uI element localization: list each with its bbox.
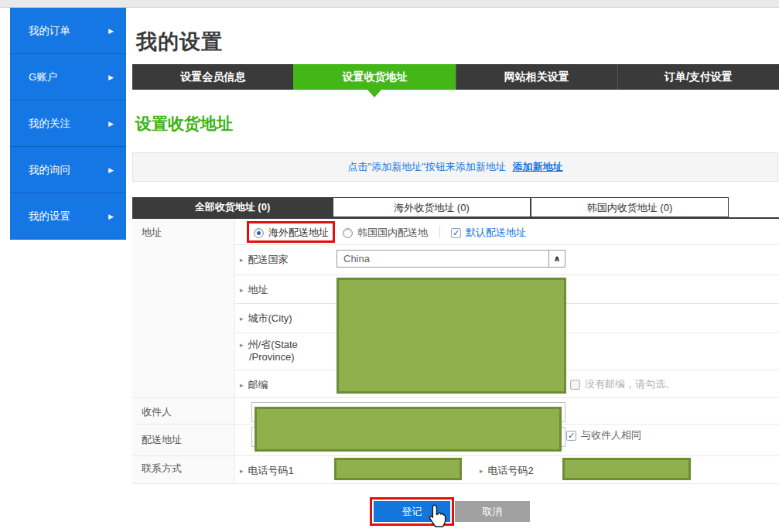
- phone2-label-text: 电话号码2: [488, 465, 534, 476]
- cancel-button[interactable]: 取消: [455, 501, 530, 522]
- sidebar-item-g-account[interactable]: G账户 ▶: [10, 54, 126, 101]
- same-as-recipient-option[interactable]: ✓ 与收件人相同: [566, 428, 641, 442]
- caret-up-icon[interactable]: ∧: [548, 251, 565, 267]
- redaction-box-recipient-fields: [255, 407, 562, 452]
- tab-shipping-address[interactable]: 设置收货地址: [293, 64, 455, 90]
- state-label-line2: /Province): [249, 351, 295, 363]
- chevron-right-icon: ▶: [108, 213, 114, 220]
- country-row-label: ▸配送国家: [240, 253, 289, 267]
- row-divider: [234, 275, 779, 275]
- zip-row-label: ▸邮编: [240, 378, 268, 392]
- subtab-overseas-addresses[interactable]: 海外收货地址 (0): [333, 197, 531, 217]
- same-as-recipient-label: 与收件人相同: [581, 428, 641, 442]
- chevron-right-icon: ▶: [108, 166, 114, 174]
- address-group-label: 地址: [142, 226, 162, 240]
- no-zip-label: 没有邮编，请勾选。: [585, 377, 675, 391]
- row-divider: [132, 397, 779, 398]
- chevron-right-icon: ▶: [108, 120, 114, 128]
- sidebar-item-label: G账户: [29, 70, 58, 84]
- country-label-text: 配送国家: [248, 254, 289, 265]
- phone2-label: ▸电话号码2: [480, 464, 534, 478]
- default-address-checkbox-checked[interactable]: ✓: [451, 228, 461, 238]
- sidebar-item-my-favorites[interactable]: 我的关注 ▶: [10, 101, 126, 147]
- address-label-cell: [132, 219, 234, 397]
- sidebar-item-label: 我的订单: [29, 24, 70, 38]
- recipient-label: 收件人: [142, 405, 172, 419]
- row-divider: [234, 244, 779, 245]
- phone2-input-redacted[interactable]: [562, 458, 691, 480]
- radio-overseas-selected[interactable]: [254, 228, 264, 238]
- my-settings-page: 我的订单 ▶ G账户 ▶ 我的关注 ▶ 我的询问 ▶ 我的设置 ▶ 我的设置 设…: [0, 0, 779, 532]
- sidebar-item-my-settings[interactable]: 我的设置 ▶: [10, 193, 126, 240]
- chevron-right-icon: ▶: [108, 73, 114, 81]
- no-zip-option[interactable]: 没有邮编，请勾选。: [570, 377, 675, 391]
- add-new-address-link[interactable]: 添加新地址: [512, 161, 562, 172]
- city-row-label: ▸城市(City): [240, 312, 292, 326]
- bullet-icon: ▸: [240, 256, 244, 264]
- sidebar-item-my-inquiries[interactable]: 我的询问 ▶: [10, 147, 126, 193]
- sidebar-item-my-orders[interactable]: 我的订单 ▶: [10, 8, 126, 54]
- bullet-icon: ▸: [240, 467, 244, 475]
- same-as-recipient-checkbox-checked[interactable]: ✓: [566, 431, 576, 441]
- contact-label: 联系方式: [142, 462, 182, 476]
- domestic-radio-option[interactable]: 韩国国内配送地: [343, 226, 428, 240]
- default-address-option[interactable]: ✓ 默认配送地址: [451, 226, 526, 240]
- check-icon: ✓: [568, 431, 575, 440]
- delivery-address-label: 配送地址: [142, 433, 182, 447]
- sidebar: 我的订单 ▶ G账户 ▶ 我的关注 ▶ 我的询问 ▶ 我的设置 ▶: [10, 8, 126, 240]
- chevron-right-icon: ▶: [108, 27, 114, 35]
- hand-cursor-icon: [427, 504, 447, 531]
- country-select-value: China: [343, 251, 370, 267]
- notice-text: 点击"添加新地址"按钮来添加新地址: [348, 161, 506, 172]
- bullet-icon: ▸: [240, 381, 244, 389]
- sidebar-item-label: 我的关注: [29, 117, 70, 131]
- phone1-label: ▸电话号码1: [240, 464, 294, 478]
- section-title: 设置收货地址: [135, 113, 233, 135]
- overseas-radio-option[interactable]: 海外配送地址: [254, 226, 329, 240]
- separator: [439, 226, 440, 237]
- radio-domestic-unselected[interactable]: [343, 228, 353, 238]
- city-label-text: 城市(City): [248, 312, 292, 324]
- radio-overseas-label: 海外配送地址: [268, 226, 329, 240]
- radio-domestic-label: 韩国国内配送地: [357, 226, 428, 240]
- tab-member-info[interactable]: 设置会员信息: [132, 64, 293, 90]
- bullet-icon: ▸: [240, 341, 244, 349]
- bullet-icon: ▸: [240, 286, 244, 294]
- row-divider: [132, 483, 779, 484]
- street-row-label: ▸地址: [240, 283, 268, 297]
- no-zip-checkbox-unchecked[interactable]: [570, 380, 580, 390]
- redaction-box-address-fields: [337, 278, 566, 394]
- country-select[interactable]: China ∧: [337, 250, 565, 268]
- street-label-text: 地址: [248, 284, 268, 295]
- bullet-icon: ▸: [240, 315, 244, 322]
- top-strip: [0, 0, 779, 8]
- row-divider: [132, 455, 779, 456]
- settings-tabbar: 设置会员信息 设置收货地址 网站相关设置 订单/支付设置: [132, 64, 779, 90]
- sidebar-item-label: 我的设置: [29, 210, 70, 223]
- phone1-label-text: 电话号码1: [248, 465, 294, 476]
- state-row-label: ▸州/省(State /Province): [240, 339, 298, 363]
- tab-site-settings[interactable]: 网站相关设置: [456, 64, 617, 90]
- subtab-korea-addresses[interactable]: 韩国内收货地址 (0): [531, 197, 729, 217]
- check-icon: ✓: [453, 229, 460, 237]
- page-title: 我的设置: [136, 28, 223, 56]
- add-address-notice: 点击"添加新地址"按钮来添加新地址 添加新地址: [132, 152, 778, 182]
- label-column-divider: [234, 219, 235, 483]
- zip-label-text: 邮编: [248, 379, 268, 390]
- subtab-all-addresses[interactable]: 全部收货地址 (0): [132, 197, 333, 217]
- state-label-line1: 州/省(State: [248, 339, 298, 350]
- bullet-icon: ▸: [480, 467, 483, 475]
- phone1-input-redacted[interactable]: [334, 458, 462, 480]
- sidebar-item-label: 我的询问: [29, 163, 70, 177]
- tab-order-payment[interactable]: 订单/支付设置: [617, 64, 779, 90]
- default-address-label: 默认配送地址: [466, 226, 526, 240]
